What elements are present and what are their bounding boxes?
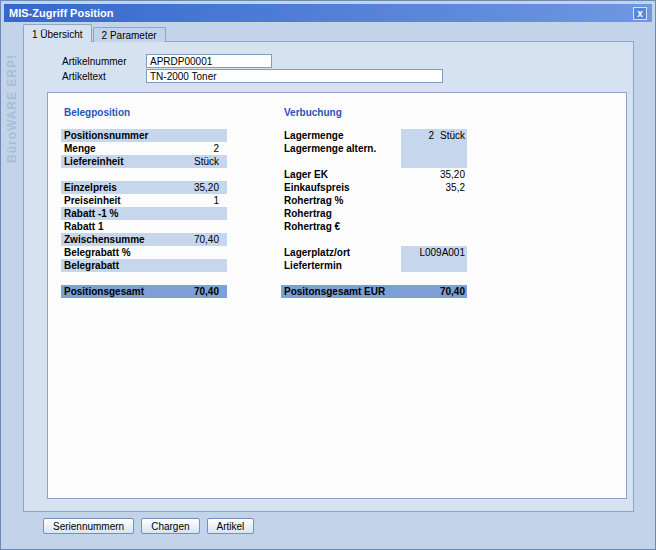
belegposition-rows: PositionsnummerMenge2LiefereinheitStückE…	[61, 129, 227, 298]
field-label: Zwischensumme	[61, 233, 194, 246]
verbuchung-column: Verbuchung Lagermenge2StückLagermenge al…	[281, 107, 467, 298]
left-row-belegrabatt: Belegrabatt	[61, 259, 227, 272]
right-row-lagermenge: Lagermenge2Stück	[281, 129, 467, 142]
overview-tab-panel: Artikelnummer Artikeltext Belegposition …	[23, 41, 634, 512]
seriennummern-button[interactable]: Seriennummern	[43, 518, 134, 534]
field-value: 70,40	[194, 233, 227, 246]
field-value: 70,40	[440, 285, 467, 298]
belegposition-column: Belegposition PositionsnummerMenge2Liefe…	[61, 107, 227, 298]
right-row-rohertrag-: Rohertrag %	[281, 194, 467, 207]
field-label: Lagermenge	[281, 129, 401, 142]
tab-parameter[interactable]: 2 Parameter	[93, 27, 166, 42]
field-label: Lagermenge altern.	[281, 142, 401, 155]
field-label: Preiseinheit	[61, 194, 213, 207]
left-row-belegrabatt-: Belegrabatt %	[61, 246, 227, 259]
field-label: Positionsnummer	[61, 129, 219, 142]
left-row-positionsgesamt: Positionsgesamt70,40	[61, 285, 227, 298]
left-row-zwischensumme: Zwischensumme70,40	[61, 233, 227, 246]
verbuchung-rows: Lagermenge2StückLagermenge altern.Lager …	[281, 129, 467, 298]
artikeltext-label: Artikeltext	[62, 71, 106, 82]
field-label: Liefereinheit	[61, 155, 194, 168]
right-row-liefertermin: Liefertermin	[281, 259, 467, 272]
field-label: Einkaufspreis	[281, 181, 401, 194]
right-row-positonsgesamt-eur: Positonsgesamt EUR70,40	[281, 285, 467, 298]
value-box	[401, 155, 467, 168]
field-label: Positionsgesamt	[61, 285, 194, 298]
field-label: Lagerplatz/ort	[281, 246, 401, 259]
value-box	[401, 220, 467, 233]
value-box	[401, 194, 467, 207]
value-box: 2Stück	[401, 129, 467, 142]
spacer-row	[281, 272, 467, 285]
field-unit: Stück	[436, 129, 467, 142]
field-label: Rabatt -1 %	[61, 207, 219, 220]
field-value: 2	[213, 142, 227, 155]
field-label: Belegrabatt	[61, 259, 219, 272]
field-value: 35,20	[401, 168, 467, 181]
spacer-row	[61, 272, 227, 285]
verbuchung-header: Verbuchung	[281, 107, 467, 123]
value-box: L009A001	[401, 246, 467, 259]
mis-zugriff-window: MIS-Zugriff Position x BüroWARE ERP! 1 Ü…	[0, 0, 656, 550]
field-label: Belegrabatt %	[61, 246, 219, 259]
left-row-menge: Menge2	[61, 142, 227, 155]
spacer-row	[61, 168, 227, 181]
field-label: Liefertermin	[281, 259, 401, 272]
right-row-lagerplatz-ort: Lagerplatz/ortL009A001	[281, 246, 467, 259]
position-detail-panel: Belegposition PositionsnummerMenge2Liefe…	[47, 92, 627, 499]
tab-uebersicht[interactable]: 1 Übersicht	[23, 24, 92, 42]
brand-vertical-text: BüroWARE ERP!	[5, 33, 19, 163]
value-box	[401, 142, 467, 155]
left-row-preiseinheit: Preiseinheit1	[61, 194, 227, 207]
value-box	[401, 259, 467, 272]
close-icon[interactable]: x	[633, 7, 647, 20]
field-value: 1	[213, 194, 227, 207]
field-label: Lager EK	[281, 168, 401, 181]
field-value: Stück	[194, 155, 227, 168]
field-label: Rohertrag	[281, 207, 401, 220]
field-value: 70,40	[194, 285, 227, 298]
chargen-button[interactable]: Chargen	[141, 518, 199, 534]
left-row-rabatt-1: Rabatt 1	[61, 220, 227, 233]
belegposition-header: Belegposition	[61, 107, 227, 123]
right-row-lagermenge-altern-: Lagermenge altern.	[281, 142, 467, 155]
left-row-rabatt-1-: Rabatt -1 %	[61, 207, 227, 220]
artikeltext-field[interactable]	[146, 69, 443, 83]
field-value: L009A001	[401, 246, 467, 259]
field-label: Rohertrag €	[281, 220, 401, 233]
field-label: Rohertrag %	[281, 194, 401, 207]
field-value: 35,20	[194, 181, 227, 194]
artikelnummer-field[interactable]	[146, 54, 272, 68]
left-row-positionsnummer: Positionsnummer	[61, 129, 227, 142]
value-box	[401, 207, 467, 220]
value-box: 35,2	[401, 181, 467, 194]
right-row-einkaufspreis: Einkaufspreis35,2	[281, 181, 467, 194]
title-bar[interactable]: MIS-Zugriff Position x	[4, 4, 652, 22]
right-row-lager-ek: Lager EK35,20	[281, 168, 467, 181]
left-row-einzelpreis: Einzelpreis35,20	[61, 181, 227, 194]
left-row-liefereinheit: LiefereinheitStück	[61, 155, 227, 168]
spacer-row	[281, 233, 467, 246]
spacer-row	[281, 155, 467, 168]
window-title: MIS-Zugriff Position	[9, 7, 633, 19]
field-label: Menge	[61, 142, 213, 155]
artikelnummer-label: Artikelnummer	[62, 56, 126, 67]
field-label: Rabatt 1	[61, 220, 219, 233]
field-value: 35,2	[401, 181, 467, 194]
value-box: 35,20	[401, 168, 467, 181]
right-row-rohertrag: Rohertrag	[281, 207, 467, 220]
field-label: Einzelpreis	[61, 181, 194, 194]
field-label: Positonsgesamt EUR	[281, 285, 440, 298]
footer-button-bar: Seriennummern Chargen Artikel	[43, 518, 254, 534]
tab-strip: 1 Übersicht 2 Parameter	[23, 24, 167, 42]
field-value: 2	[401, 129, 436, 142]
artikel-button[interactable]: Artikel	[207, 518, 255, 534]
right-row-rohertrag-: Rohertrag €	[281, 220, 467, 233]
